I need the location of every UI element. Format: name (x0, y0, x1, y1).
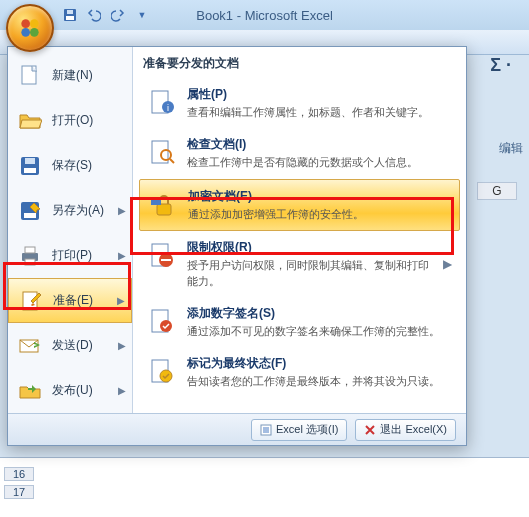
save-icon (63, 8, 77, 22)
title-bar: ▼ Book1 - Microsoft Excel (0, 0, 529, 30)
svg-rect-25 (151, 199, 161, 205)
svg-rect-9 (24, 168, 36, 173)
restrict-icon (147, 241, 177, 271)
svg-text:i: i (167, 103, 169, 113)
lock-icon (148, 190, 178, 220)
prepare-item-signature[interactable]: 添加数字签名(S)通过添加不可见的数字签名来确保工作簿的完整性。 (143, 297, 456, 347)
autosum-button[interactable]: Σ · (490, 55, 511, 76)
redo-icon (111, 8, 125, 22)
menu-item-new[interactable]: 新建(N) (8, 53, 132, 98)
qat-save-button[interactable] (60, 5, 80, 25)
qat-customize-button[interactable]: ▼ (132, 5, 152, 25)
svg-rect-14 (25, 247, 35, 253)
office-menu-left: 新建(N) 打开(O) 保存(S) 另存为(A) ▶ 打印(P) ▶ (8, 47, 133, 413)
menu-item-open[interactable]: 打开(O) (8, 98, 132, 143)
properties-icon: i (147, 88, 177, 118)
menu-item-save[interactable]: 保存(S) (8, 143, 132, 188)
prepare-item-inspect[interactable]: 检查文档(I)检查工作簿中是否有隐藏的元数据或个人信息。 (143, 128, 456, 178)
worksheet-grid[interactable]: 16 17 (0, 457, 529, 517)
menu-item-prepare[interactable]: 准备(E) ▶ (8, 278, 132, 323)
exit-excel-button[interactable]: 退出 Excel(X) (355, 419, 456, 441)
prepare-item-final[interactable]: 标记为最终状态(F)告知读者您的工作簿是最终版本，并将其设为只读。 (143, 347, 456, 397)
send-icon (16, 332, 44, 360)
chevron-right-icon: ▶ (118, 250, 126, 261)
exit-icon (364, 424, 376, 436)
row-header-16[interactable]: 16 (4, 467, 34, 481)
window-title: Book1 - Microsoft Excel (196, 8, 333, 23)
prepare-item-restrict[interactable]: 限制权限(R)授予用户访问权限，同时限制其编辑、复制和打印能力。 ▶ (143, 231, 456, 297)
save-icon (16, 152, 44, 180)
prepare-item-properties[interactable]: i 属性(P)查看和编辑工作簿属性，如标题、作者和关键字。 (143, 78, 456, 128)
svg-point-1 (30, 19, 39, 28)
menu-item-print[interactable]: 打印(P) ▶ (8, 233, 132, 278)
quick-access-toolbar: ▼ (60, 5, 152, 25)
open-icon (16, 107, 44, 135)
svg-point-2 (21, 28, 30, 37)
menu-item-publish[interactable]: 发布(U) ▶ (8, 368, 132, 413)
final-icon (147, 357, 177, 387)
svg-rect-12 (24, 213, 36, 218)
office-menu-footer: Excel 选项(I) 退出 Excel(X) (8, 413, 466, 445)
row-header-17[interactable]: 17 (4, 485, 34, 499)
inspect-icon (147, 138, 177, 168)
svg-point-3 (30, 28, 39, 37)
menu-item-send[interactable]: 发送(D) ▶ (8, 323, 132, 368)
prepare-heading: 准备要分发的文档 (143, 55, 456, 72)
print-icon (16, 242, 44, 270)
new-icon (16, 62, 44, 90)
office-menu: 新建(N) 打开(O) 保存(S) 另存为(A) ▶ 打印(P) ▶ (7, 46, 467, 446)
qat-undo-button[interactable] (84, 5, 104, 25)
column-header-g[interactable]: G (477, 182, 517, 200)
signature-icon (147, 307, 177, 337)
chevron-down-icon: ▼ (138, 10, 147, 20)
chevron-right-icon: ▶ (118, 385, 126, 396)
svg-rect-6 (67, 10, 73, 14)
office-menu-right: 准备要分发的文档 i 属性(P)查看和编辑工作簿属性，如标题、作者和关键字。 检… (133, 47, 466, 413)
chevron-right-icon: ▶ (117, 295, 125, 306)
chevron-right-icon: ▶ (118, 205, 126, 216)
chevron-right-icon: ▶ (118, 340, 126, 351)
prepare-icon (17, 287, 45, 315)
excel-options-button[interactable]: Excel 选项(I) (251, 419, 347, 441)
options-icon (260, 424, 272, 436)
prepare-item-encrypt[interactable]: 加密文档(E)通过添加加密增强工作簿的安全性。 (139, 179, 460, 231)
svg-rect-28 (161, 259, 171, 261)
menu-item-saveas[interactable]: 另存为(A) ▶ (8, 188, 132, 233)
undo-icon (87, 8, 101, 22)
office-logo-icon (17, 15, 43, 41)
svg-rect-15 (25, 259, 35, 265)
ribbon-group-edit: 编辑 (499, 140, 523, 157)
svg-rect-24 (157, 204, 171, 215)
svg-point-0 (21, 19, 30, 28)
svg-rect-10 (25, 158, 35, 164)
publish-icon (16, 377, 44, 405)
saveas-icon (16, 197, 44, 225)
office-button[interactable] (6, 4, 54, 52)
chevron-right-icon: ▶ (443, 257, 452, 271)
qat-redo-button[interactable] (108, 5, 128, 25)
svg-rect-5 (66, 16, 74, 20)
